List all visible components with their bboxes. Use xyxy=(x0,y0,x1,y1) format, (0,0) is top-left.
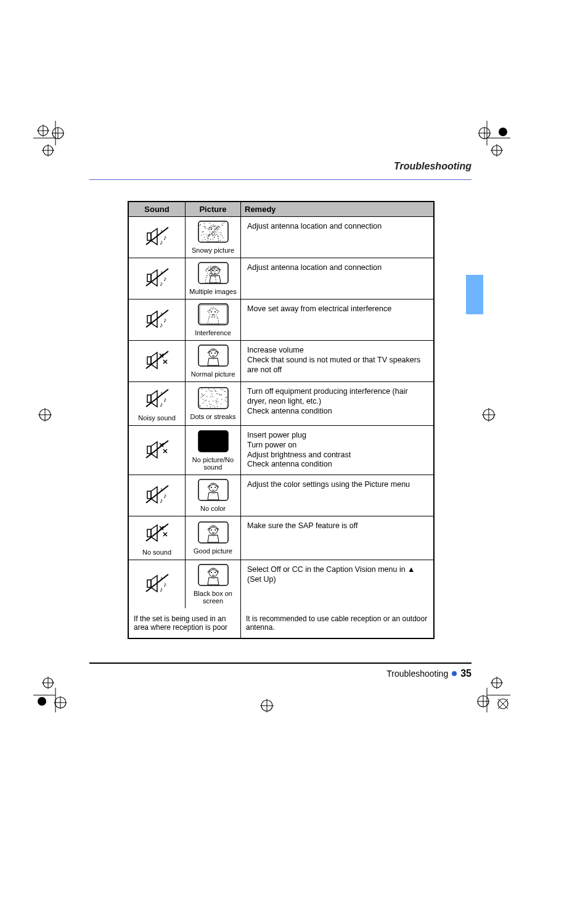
svg-point-185 xyxy=(204,401,205,401)
svg-rect-251 xyxy=(147,580,151,587)
svg-point-66 xyxy=(218,227,219,227)
svg-text:♪: ♪ xyxy=(163,581,167,588)
svg-rect-235 xyxy=(198,479,228,500)
svg-point-56 xyxy=(223,225,223,226)
svg-point-216 xyxy=(215,391,216,392)
footer-label: Troubleshooting xyxy=(386,669,448,679)
speaker-icon: ♪ ♪ ♪ xyxy=(142,306,172,333)
svg-point-258 xyxy=(211,572,212,573)
svg-point-169 xyxy=(203,395,203,396)
svg-point-111 xyxy=(219,232,219,233)
svg-point-213 xyxy=(218,402,218,402)
table-row: ♪ ♪ ♪ No colorAdjust the color settings … xyxy=(129,475,433,516)
svg-point-174 xyxy=(202,389,202,389)
svg-point-64 xyxy=(202,232,202,232)
svg-point-92 xyxy=(221,232,221,233)
cell-picture: Good picture xyxy=(186,516,241,560)
svg-point-142 xyxy=(214,311,216,312)
picture-caption: Normal picture xyxy=(191,370,235,378)
cell-sound: ♪ ♪ ♪ xyxy=(129,475,186,516)
speaker-icon: ♪ ♪ ♪ xyxy=(142,224,172,251)
svg-point-181 xyxy=(213,401,213,402)
svg-point-152 xyxy=(211,353,212,354)
cell-picture: Interference xyxy=(186,300,241,340)
svg-rect-144 xyxy=(147,357,151,364)
header-picture: Picture xyxy=(186,202,241,216)
crop-mark-mid-left xyxy=(33,403,57,426)
picture-caption: Black box on screen xyxy=(187,590,239,605)
cell-picture: No picture/No sound xyxy=(186,426,241,475)
svg-point-190 xyxy=(212,391,213,391)
svg-text:♪: ♪ xyxy=(163,396,167,403)
picture-caption: No picture/No sound xyxy=(187,456,239,471)
cell-sound: ♪ ♪ ♪ xyxy=(129,217,186,258)
tv-dots-icon xyxy=(198,387,229,412)
svg-point-179 xyxy=(210,391,211,392)
svg-point-168 xyxy=(213,406,213,406)
sound-caption: Noisy sound xyxy=(138,414,176,422)
svg-point-218 xyxy=(208,401,209,402)
svg-point-193 xyxy=(210,407,210,407)
side-tab xyxy=(466,275,483,314)
svg-point-201 xyxy=(222,389,223,390)
svg-point-189 xyxy=(226,397,227,397)
svg-text:♪: ♪ xyxy=(160,227,163,235)
svg-point-162 xyxy=(199,406,200,407)
svg-point-176 xyxy=(216,402,216,403)
svg-point-98 xyxy=(205,239,205,240)
speaker-mute-icon xyxy=(142,437,172,464)
svg-point-207 xyxy=(215,401,216,401)
svg-point-200 xyxy=(216,399,217,399)
svg-point-171 xyxy=(221,404,221,404)
speaker-mute-icon xyxy=(142,520,172,547)
speaker-mute-icon xyxy=(142,348,172,375)
svg-point-170 xyxy=(202,399,203,400)
svg-point-95 xyxy=(203,226,204,227)
svg-point-90 xyxy=(204,223,205,224)
svg-point-86 xyxy=(199,225,200,226)
svg-point-249 xyxy=(214,529,216,531)
svg-point-88 xyxy=(208,235,208,235)
svg-point-63 xyxy=(214,235,215,235)
svg-point-78 xyxy=(220,235,221,235)
svg-point-178 xyxy=(221,399,222,400)
tv-ok-icon xyxy=(198,564,229,589)
svg-point-82 xyxy=(222,236,223,237)
cell-remedy: Turn off equipment producing interferenc… xyxy=(241,382,433,425)
svg-point-72 xyxy=(210,239,211,240)
svg-point-69 xyxy=(216,229,216,229)
svg-point-161 xyxy=(214,390,215,391)
svg-rect-125 xyxy=(198,263,228,283)
svg-point-217 xyxy=(226,407,226,407)
svg-point-210 xyxy=(199,405,200,406)
table-row: ♪ ♪ ♪ Black box on screenSelect Off or C… xyxy=(129,560,433,608)
svg-point-93 xyxy=(202,240,203,240)
svg-rect-222 xyxy=(147,446,151,454)
picture-caption: Dots or streaks xyxy=(190,413,236,420)
svg-point-75 xyxy=(223,223,223,224)
cell-sound: ♪ ♪ ♪ Noisy sound xyxy=(129,382,186,425)
svg-rect-228 xyxy=(198,431,228,452)
svg-point-184 xyxy=(225,397,226,398)
page: Troubleshooting Sound Picture Remedy ♪ ♪… xyxy=(0,0,588,909)
speaker-icon: ♪ ♪ ♪ xyxy=(142,482,172,509)
speaker-icon: ♪ ♪ ♪ xyxy=(142,265,172,292)
footnote-condition: If the set is being used in an area wher… xyxy=(129,608,241,638)
page-footer: Troubleshooting 35 xyxy=(89,668,472,679)
svg-point-163 xyxy=(205,400,206,401)
svg-point-202 xyxy=(213,389,214,389)
cell-sound: No sound xyxy=(129,516,186,560)
cell-sound: ♪ ♪ ♪ xyxy=(129,258,186,299)
svg-text:♪: ♪ xyxy=(160,389,163,397)
svg-text:♪: ♪ xyxy=(163,492,167,499)
svg-point-199 xyxy=(214,407,214,407)
speaker-icon: ♪ ♪ ♪ xyxy=(142,571,172,598)
tv-snow-icon xyxy=(198,221,229,245)
svg-point-67 xyxy=(213,235,213,235)
picture-caption: Good picture xyxy=(194,547,232,555)
svg-point-81 xyxy=(205,228,205,229)
svg-rect-50 xyxy=(147,233,151,240)
svg-point-62 xyxy=(208,235,209,236)
svg-text:♪: ♪ xyxy=(160,574,163,582)
tv-ok-icon xyxy=(198,521,229,546)
